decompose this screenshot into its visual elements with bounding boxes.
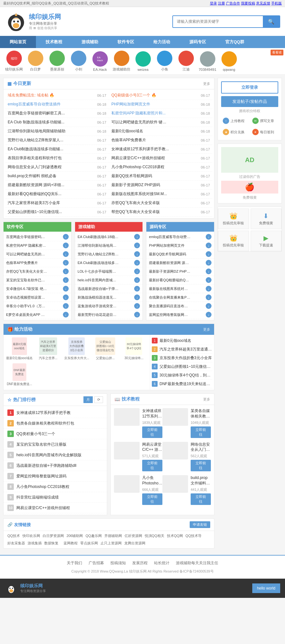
download-button[interactable]: ↓ — [134, 277, 140, 283]
friend-link[interactable]: 悦演QQ相关 — [145, 533, 164, 538]
avatar-item[interactable]: 游戏辅助坊 — [113, 51, 130, 72]
friend-link[interactable]: 龙腾出资源网 — [124, 541, 145, 546]
friend-link[interactable]: 蓝网教程 — [64, 541, 78, 546]
tech-goto-btn[interactable]: 立即前往 — [142, 493, 162, 505]
tech-goto-btn[interactable]: 立即前往 — [142, 426, 162, 438]
download-button[interactable]: ↓ — [134, 303, 140, 309]
download-button[interactable]: ↓ — [206, 243, 212, 248]
friend-link[interactable]: 齐德辅助网 — [104, 533, 122, 538]
footer-stats[interactable]: 站长统计 — [154, 560, 169, 566]
footer-submit[interactable]: 投稿须知 — [110, 560, 126, 566]
mobile-link[interactable]: 手机版 — [271, 1, 282, 5]
download-button[interactable]: ↓ — [206, 234, 212, 240]
action-item-download[interactable]: ⬇ 免费领黄 — [251, 209, 282, 229]
action-item-crown[interactable]: 👑 投稿优先审核 — [218, 209, 249, 229]
search-button[interactable]: 🔍 — [263, 16, 280, 27]
friend-link[interactable]: 零点娱乐网 — [80, 541, 98, 546]
download-button[interactable]: ↓ — [63, 294, 69, 300]
friend-link[interactable]: 快印欢乐网 — [22, 533, 40, 538]
nav-home[interactable]: 网站首页 — [0, 36, 36, 48]
download-button[interactable]: ↓ — [206, 286, 212, 292]
avatar-item[interactable]: weizea — [134, 51, 152, 71]
login-link[interactable]: 登录 — [210, 1, 217, 5]
friend-link[interactable]: QQ趣乐网 — [85, 533, 101, 538]
download-button[interactable]: ↓ — [63, 243, 69, 248]
avatar-item[interactable]: qqwang — [220, 51, 238, 71]
action-item-recommend[interactable]: ▶ 下载提速 — [251, 231, 282, 251]
footer-about[interactable]: 关于我们 — [67, 560, 82, 566]
download-button[interactable]: ↓ — [206, 303, 212, 309]
download-button[interactable]: ↓ — [134, 268, 140, 274]
friend-link[interactable]: 亿祈资源网 — [125, 533, 142, 538]
ad-link[interactable]: 广告合作 — [226, 1, 240, 5]
rank-tab-refresh[interactable]: ⟳ — [94, 396, 103, 403]
friend-link[interactable]: 游戏集插 — [28, 541, 42, 546]
download-button[interactable]: ↓ — [206, 277, 212, 283]
footer-ad[interactable]: 广告招募 — [89, 560, 104, 566]
tech-goto-btn[interactable]: 立即前往 — [191, 460, 211, 471]
avatar-item[interactable]: 703849491 — [199, 51, 216, 71]
download-button[interactable]: ↓ — [63, 277, 69, 283]
tech-goto-btn[interactable]: 立即前往 — [191, 493, 211, 505]
login-button[interactable]: 立即登录 — [221, 81, 278, 94]
avatar-item[interactable]: 江迪 — [177, 51, 195, 72]
rank-tab-month[interactable]: 月 — [83, 396, 93, 403]
friend-link[interactable]: QQ技术 — [7, 533, 20, 538]
friend-link[interactable]: 白日梦资源网 — [43, 533, 64, 538]
download-button[interactable]: ↓ — [206, 294, 212, 300]
nav-software[interactable]: 软件专区 — [108, 36, 144, 48]
avatar-item[interactable]: 小剑 — [70, 51, 87, 72]
download-button[interactable]: ↓ — [63, 312, 69, 318]
apply-link-button[interactable]: 申请友链 — [190, 521, 210, 528]
feat-write[interactable]: ✏ 撰写文章 — [251, 116, 279, 126]
friend-link[interactable]: 技术QQ网 — [167, 533, 183, 538]
nav-tech[interactable]: 技术教程 — [36, 36, 72, 48]
download-button[interactable]: ↓ — [206, 260, 212, 266]
download-button[interactable]: ↓ — [63, 251, 69, 257]
footer-chat[interactable]: 游戏辅助每天关注我主任 — [176, 560, 218, 566]
footer-history[interactable]: 发展历程 — [132, 560, 148, 566]
download-button[interactable]: ↓ — [134, 243, 140, 248]
avatar-item[interactable]: 续印 续印娱乐网 — [5, 51, 23, 72]
submit-link[interactable]: 我要投稿 — [241, 1, 255, 5]
updates-more[interactable]: 更多 — [203, 81, 210, 86]
nav-activity[interactable]: 给力活动 — [144, 36, 180, 48]
download-button[interactable]: ↓ — [63, 234, 69, 240]
friend-link[interactable]: 止只上资源网 — [100, 541, 122, 546]
download-button[interactable]: ↓ — [63, 286, 69, 292]
avatar-item[interactable]: 小鱼 — [156, 51, 173, 72]
action-item-vote[interactable]: 👑 投稿优先审核 — [218, 231, 249, 251]
download-button[interactable]: ↓ — [206, 312, 212, 318]
tech-goto-btn[interactable]: 立即前往 — [142, 460, 162, 471]
friend-link[interactable]: 好友采集器 — [7, 541, 25, 546]
download-button[interactable]: ↓ — [134, 251, 140, 257]
nav-source[interactable]: 源码专区 — [180, 36, 216, 48]
activity-item[interactable]: 汽车之世界杯超美3万里道通积分 汽车之世界... — [35, 337, 61, 361]
nav-qqgroup[interactable]: 官方QQ群 — [216, 36, 254, 48]
download-button[interactable]: ↓ — [134, 286, 140, 292]
feedback-link[interactable]: 意见反馈 — [256, 1, 270, 5]
activity-item[interactable]: 父爱如山拼图领1~10元微信现金红包 父爱如山拼... — [92, 337, 119, 361]
friend-link[interactable]: 数据恢复 — [44, 541, 58, 546]
tech-goto-btn[interactable]: 立即前往 — [191, 426, 211, 438]
nav-game[interactable]: 游戏辅助 — [72, 36, 108, 48]
download-button[interactable]: ↓ — [134, 234, 140, 240]
activity-item[interactable]: 京东投券大作战折叠3元小全库 京东投券大件大... — [63, 337, 90, 361]
post-button[interactable]: 发送帖子/发帖作品 — [221, 96, 278, 107]
activity-item[interactable]: DNF最新免费送 DNF最新免费送... — [6, 363, 33, 387]
activity-item[interactable]: 最新0元领ooo域名 最新0元领ooo域名 — [6, 337, 33, 361]
activity-item[interactable]: 30元抽绿终享4个QQ结 30元抽绿终... — [121, 337, 147, 361]
friend-link[interactable]: 206辅助网 — [66, 533, 83, 538]
avatar-item[interactable]: EAHack EA.Hack — [91, 51, 109, 71]
friend-link[interactable]: QQ技术导 — [186, 533, 202, 538]
download-button[interactable]: ↓ — [134, 260, 140, 266]
download-button[interactable]: ↓ — [206, 251, 212, 257]
feat-points[interactable]: ★ 积分兑换 — [221, 127, 249, 137]
download-button[interactable]: ↓ — [134, 312, 140, 318]
download-button[interactable]: ↓ — [63, 303, 69, 309]
register-link[interactable]: 注册 — [218, 1, 225, 5]
activity-more[interactable]: 更多 — [203, 327, 210, 332]
download-button[interactable]: ↓ — [206, 268, 212, 274]
download-button[interactable]: ↓ — [63, 268, 69, 274]
avatar-item[interactable]: 墨菜原创 — [48, 51, 66, 72]
